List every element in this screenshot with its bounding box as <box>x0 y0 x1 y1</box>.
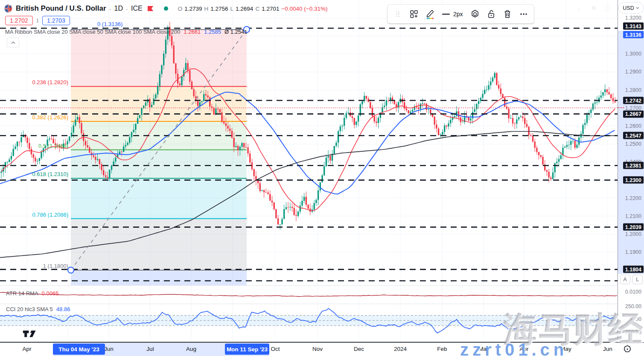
change-value: −0.0040 (−0.31%) <box>281 6 327 12</box>
ghost-down-arrow-icon[interactable]: ↓ <box>577 4 580 12</box>
unlock-icon[interactable] <box>484 6 499 22</box>
symbol-title[interactable]: British Pound / U.S. Dollar <box>16 4 106 13</box>
tradingview-logo[interactable] <box>23 330 42 340</box>
price-tick: 1.2200 <box>625 195 641 201</box>
time-tick-oct: Oct <box>271 346 280 352</box>
chevron-down-icon <box>636 7 639 9</box>
time-axis[interactable]: AprJunJulAugOctNovDec2024FebMarAprMayJun… <box>0 343 644 356</box>
line-width-value: 2px <box>453 11 463 18</box>
currency-label: USD <box>623 5 634 11</box>
axis-settings-gear-icon[interactable] <box>622 344 632 354</box>
price-tick: 1.3200 <box>625 15 641 21</box>
interval-label[interactable]: 1D <box>114 5 123 12</box>
price-tick: 1.3000 <box>625 51 641 57</box>
template-icon[interactable] <box>406 6 422 22</box>
ma-ribbon-avg-value: Ø 1.2541 <box>224 29 248 35</box>
ma-ribbon-status[interactable]: MA Ribbon SMA close 20 SMA close 50 SMA … <box>5 29 247 35</box>
cci-axis-tick: 250.00 <box>625 303 641 309</box>
cci-axis-tick: 0.00 <box>631 316 641 322</box>
axis-button-strip: AL <box>618 274 644 285</box>
time-tick-nov: Nov <box>312 346 323 352</box>
time-tick-2024: 2024 <box>394 346 407 352</box>
ghost-maximize-icon[interactable]: ⬚ <box>604 4 610 12</box>
close-label: C <box>255 6 259 12</box>
open-label: O <box>178 6 183 12</box>
time-tick-jul: Jul <box>146 346 154 352</box>
low-label: L <box>230 6 234 12</box>
spread-value: 1 <box>36 18 39 23</box>
cci-value: 48.86 <box>56 306 70 312</box>
drawing-toolbar: 2px <box>388 5 534 24</box>
atr-status[interactable]: ATR 14 RMA 0.0065 <box>6 290 58 297</box>
time-tick-aug: Aug <box>186 346 196 352</box>
time-tick-jun: Jun <box>104 346 114 352</box>
price-tick: 1.2500 <box>625 141 641 147</box>
price-drawing-label: 1.3136 <box>623 31 644 38</box>
atr-axis-tick: 0.0100 <box>625 289 641 295</box>
drawing-anchor-handle <box>68 267 74 273</box>
price-level-label: 1.2300 <box>623 177 644 184</box>
high-value: 1.2756 <box>210 6 228 12</box>
cci-axis-tick: −250.00 <box>622 330 641 335</box>
fib-level-label: 0 (1.3136) <box>97 21 122 27</box>
fib-level-label: 1 (1.1800) <box>3 263 68 269</box>
color-picker-pencil-icon[interactable] <box>423 6 438 22</box>
ghost-close-icon[interactable]: ✕ <box>591 4 597 12</box>
fib-level-label: 0.382 (1.2626) <box>3 114 68 120</box>
toolbar-drag-handle[interactable] <box>390 6 405 22</box>
high-label: H <box>204 6 209 12</box>
date-range-badge[interactable]: Thu 04 May '23 <box>53 344 105 355</box>
price-level-label: 1.2381 <box>623 162 644 169</box>
delete-icon[interactable] <box>500 6 515 22</box>
chart-canvas[interactable] <box>0 0 644 356</box>
fib-level-label: 0.786 (1.2086) <box>3 211 68 218</box>
price-tick: 1.2900 <box>625 69 641 75</box>
sell-button[interactable]: 1.2702 <box>5 16 33 25</box>
cci-label: CCI 20 hlc3 SMA 5 <box>6 306 53 312</box>
fib-level-label: 0.5 (1.2468) <box>3 142 68 149</box>
price-tick: 1.2800 <box>625 87 641 93</box>
price-level-label: 1.2547 <box>623 132 644 139</box>
collapse-legend-button[interactable] <box>7 38 19 47</box>
atr-label: ATR 14 RMA <box>6 290 38 297</box>
price-level-label: 1.2667 <box>623 110 644 118</box>
atr-line <box>0 292 617 297</box>
price-level-label: 1.2039 <box>623 224 644 231</box>
currency-dropdown[interactable]: USD <box>618 2 644 14</box>
buy-button[interactable]: 1.2703 <box>42 16 70 25</box>
time-tick-dec: Dec <box>354 346 364 352</box>
atr-value: 0.0065 <box>42 290 59 297</box>
date-range-badge[interactable]: Mon 11 Sep '23 <box>225 344 269 355</box>
ma-ribbon-label: MA Ribbon SMA close 20 SMA close 50 SMA … <box>5 29 180 35</box>
price-tick: 1.2100 <box>625 213 641 219</box>
time-tick-jun: Jun <box>603 346 612 352</box>
fib-level-label: 0.618 (1.2310) <box>3 171 68 177</box>
time-tick-may: May <box>560 346 571 352</box>
price-level-label: 1.2742 <box>623 97 644 104</box>
open-value: 1.2739 <box>184 6 202 12</box>
low-value: 1.2694 <box>236 6 253 12</box>
red-flag-icon[interactable] <box>147 5 154 12</box>
settings-hexagon-icon[interactable] <box>467 6 483 22</box>
fib-retracement-drawing[interactable] <box>71 29 247 285</box>
fib-level-label: 0.236 (1.2820) <box>3 79 68 85</box>
price-tick: 1.1900 <box>625 249 641 255</box>
market-open-dot-icon[interactable] <box>163 6 169 12</box>
axis-l-button[interactable]: L <box>632 275 643 284</box>
time-tick-mar: Mar <box>478 346 488 352</box>
axis-selection-highlight <box>618 31 644 274</box>
ohlc-readout: O1.2739 H1.2756 L1.2694 C1.2701 −0.0040 … <box>178 6 328 12</box>
price-tick: 1.2000 <box>625 231 641 237</box>
price-axis[interactable]: 1.32001.31001.30001.29001.28001.27001.26… <box>618 0 644 342</box>
cci-status[interactable]: CCI 20 hlc3 SMA 5 48.86 <box>6 306 70 312</box>
ma-ribbon-sma50-value: 1.2585 <box>204 29 221 35</box>
symbol-header: British Pound / U.S. Dollar · 1D · ICE O… <box>4 3 328 14</box>
time-tick-apr: Apr <box>519 346 528 352</box>
axis-a-button[interactable]: A <box>620 275 630 284</box>
price-level-label: 1.1804 <box>623 266 644 273</box>
time-tick-apr: Apr <box>22 346 31 352</box>
exchange-label: ICE <box>131 5 143 12</box>
line-width-button[interactable]: 2px <box>439 11 466 18</box>
time-tick-feb: Feb <box>437 346 447 352</box>
more-options-button[interactable] <box>516 6 531 22</box>
